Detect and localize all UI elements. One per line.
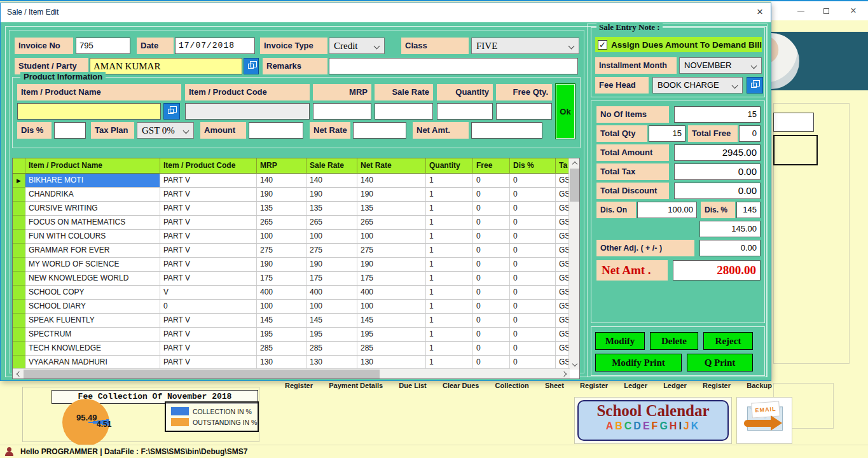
delete-button[interactable]: Delete <box>650 332 698 350</box>
modify-print-button[interactable]: Modify Print <box>595 354 682 371</box>
table-cell[interactable]: 100 <box>307 300 357 314</box>
table-cell[interactable]: 135 <box>257 202 307 216</box>
table-cell[interactable]: 0 <box>510 174 556 188</box>
table-cell[interactable]: GS <box>556 342 570 356</box>
table-cell[interactable]: 0 <box>510 272 556 286</box>
table-cell[interactable]: 1 <box>426 300 473 314</box>
table-cell[interactable]: 140 <box>307 174 357 188</box>
table-cell[interactable]: MY WORLD OF SCIENCE <box>25 258 160 272</box>
product-name-input[interactable] <box>17 103 161 120</box>
table-cell[interactable]: 175 <box>257 272 307 286</box>
table-column-header[interactable]: Ta <box>556 158 570 174</box>
remarks-input[interactable] <box>329 58 578 74</box>
table-cell[interactable]: 0 <box>473 258 510 272</box>
table-cell[interactable]: SCHOOL COPY <box>25 286 160 300</box>
table-column-header[interactable]: Item / Product Name <box>25 158 160 174</box>
net-amt-input[interactable] <box>471 122 542 139</box>
table-cell[interactable]: 0 <box>473 300 510 314</box>
table-cell[interactable]: PART V <box>160 272 257 286</box>
maximize-button[interactable] <box>819 4 833 18</box>
table-row[interactable]: FOCUS ON MATHEMATICSPART V265265265100GS <box>13 216 579 230</box>
row-selector-cell[interactable] <box>13 300 25 314</box>
table-cell[interactable]: 130 <box>257 356 307 370</box>
table-cell[interactable]: 190 <box>257 188 307 202</box>
table-cell[interactable]: 0 <box>473 328 510 342</box>
table-cell[interactable]: PART V <box>160 258 257 272</box>
table-cell[interactable]: BIKHARE MOTI <box>25 174 160 188</box>
table-row[interactable]: TECH KNOWLEDGEPART V285285285100GS <box>13 342 579 356</box>
table-cell[interactable]: 130 <box>307 356 357 370</box>
table-row[interactable]: SPECTRUMPART V195195195100GS <box>13 328 579 342</box>
row-selector-cell[interactable] <box>13 244 25 258</box>
table-cell[interactable]: PART V <box>160 174 257 188</box>
table-cell[interactable]: 0 <box>473 342 510 356</box>
table-cell[interactable]: 0 <box>160 300 257 314</box>
table-cell[interactable]: 140 <box>257 174 307 188</box>
table-cell[interactable]: 285 <box>307 342 357 356</box>
table-cell[interactable]: 265 <box>257 216 307 230</box>
table-cell[interactable]: 0 <box>510 188 556 202</box>
table-cell[interactable]: PART V <box>160 230 257 244</box>
horizontal-scroll-thumb[interactable] <box>24 370 380 378</box>
vertical-scrollbar[interactable] <box>568 158 579 370</box>
row-selector-cell[interactable] <box>13 258 25 272</box>
table-cell[interactable]: 0 <box>473 356 510 370</box>
assign-dues-checkbox-row[interactable]: ✓ Assign Dues Amount To Demand Bill <box>595 37 762 52</box>
table-cell[interactable]: 1 <box>426 258 473 272</box>
table-cell[interactable]: SPEAK FLUENTLY <box>25 314 160 328</box>
net-rate-input[interactable] <box>353 122 406 139</box>
table-cell[interactable]: PART V <box>160 328 257 342</box>
table-cell[interactable]: NEW KNOWLEDGE WORLD <box>25 272 160 286</box>
row-selector-cell[interactable] <box>13 202 25 216</box>
table-cell[interactable]: PART V <box>160 314 257 328</box>
table-cell[interactable]: 0 <box>473 244 510 258</box>
student-party-input[interactable]: AMAN KUMAR <box>90 58 242 74</box>
tax-plan-select[interactable]: GST 0% <box>137 122 194 139</box>
table-cell[interactable]: 1 <box>426 314 473 328</box>
table-row[interactable]: SPEAK FLUENTLYPART V145145145100GS <box>13 314 579 328</box>
table-column-header[interactable]: Net Rate <box>357 158 426 174</box>
table-column-header[interactable]: Dis % <box>510 158 556 174</box>
table-cell[interactable]: PART V <box>160 356 257 370</box>
table-cell[interactable]: GS <box>556 272 570 286</box>
table-cell[interactable]: 175 <box>307 272 357 286</box>
table-cell[interactable]: 0 <box>510 202 556 216</box>
table-cell[interactable]: TECH KNOWLEDGE <box>25 342 160 356</box>
table-cell[interactable]: GS <box>556 230 570 244</box>
table-cell[interactable]: GS <box>556 356 570 370</box>
table-cell[interactable]: 0 <box>510 342 556 356</box>
table-cell[interactable]: 145 <box>257 314 307 328</box>
table-cell[interactable]: 135 <box>307 202 357 216</box>
table-cell[interactable]: 190 <box>357 258 426 272</box>
row-selector-cell[interactable] <box>13 188 25 202</box>
table-cell[interactable]: 400 <box>257 286 307 300</box>
table-column-header[interactable]: Item / Product Code <box>160 158 257 174</box>
table-cell[interactable]: 0 <box>510 356 556 370</box>
dis-pct-input[interactable] <box>54 122 86 139</box>
table-row[interactable]: VYAKARAN MADHURIPART V130130130100GS <box>13 356 579 370</box>
table-cell[interactable]: 285 <box>357 342 426 356</box>
table-cell[interactable]: GS <box>556 188 570 202</box>
table-cell[interactable]: 0 <box>510 314 556 328</box>
table-column-header[interactable]: Quantity <box>426 158 473 174</box>
table-cell[interactable]: 1 <box>426 216 473 230</box>
table-cell[interactable]: GS <box>556 174 570 188</box>
fee-head-select[interactable]: BOOK CHARGE <box>652 77 743 94</box>
table-row[interactable]: NEW KNOWLEDGE WORLDPART V175175175100GS <box>13 272 579 286</box>
table-row[interactable]: SCHOOL DIARY0100100100100GS <box>13 300 579 314</box>
table-cell[interactable]: 0 <box>473 230 510 244</box>
row-selector-cell[interactable] <box>13 328 25 342</box>
table-cell[interactable]: SCHOOL DIARY <box>25 300 160 314</box>
table-cell[interactable]: 1 <box>426 356 473 370</box>
table-row[interactable]: CURSIVE WRITINGPART V135135135100GS <box>13 202 579 216</box>
row-selector-cell[interactable] <box>13 230 25 244</box>
table-cell[interactable]: SPECTRUM <box>25 328 160 342</box>
table-cell[interactable]: 0 <box>510 328 556 342</box>
table-cell[interactable]: 0 <box>473 202 510 216</box>
table-cell[interactable]: 265 <box>357 216 426 230</box>
scroll-up-button[interactable] <box>569 158 580 169</box>
table-cell[interactable]: VYAKARAN MADHURI <box>25 356 160 370</box>
table-row[interactable]: ▶BIKHARE MOTIPART V140140140100GS <box>13 174 579 188</box>
table-cell[interactable]: 0 <box>510 230 556 244</box>
table-cell[interactable]: 190 <box>307 258 357 272</box>
